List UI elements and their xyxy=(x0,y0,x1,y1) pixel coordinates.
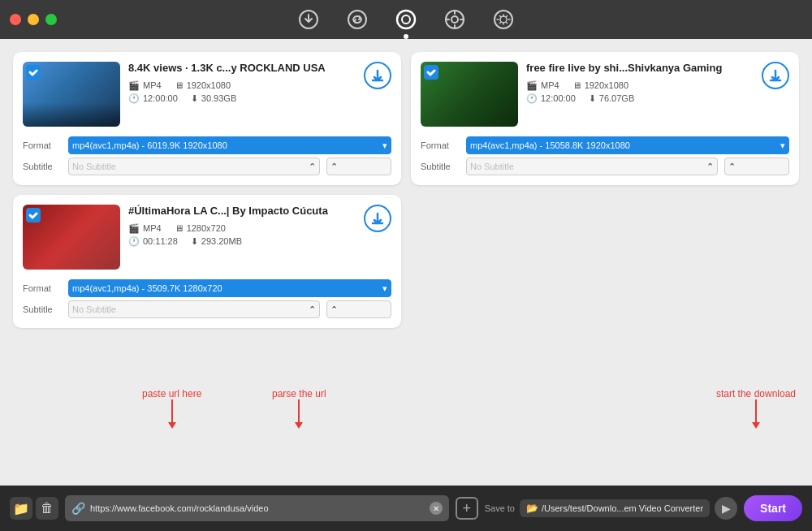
download-button-1[interactable] xyxy=(364,62,391,89)
meta-duration-1: 🕐 12:00:00 xyxy=(128,93,178,104)
window-controls xyxy=(10,14,57,25)
close-button[interactable] xyxy=(10,14,21,25)
format-row-2: Format mp4(avc1,mp4a) - 15058.8K 1920x10… xyxy=(421,136,789,154)
format-select-1[interactable]: mp4(avc1,mp4a) - 6019.9K 1920x1080 ▾ xyxy=(68,136,391,154)
card-top-1: 8.4K views · 1.3K c...y ROCKLAND USA 🎬 M… xyxy=(23,62,391,127)
card-fields-2: Format mp4(avc1,mp4a) - 15058.8K 1920x10… xyxy=(421,136,789,175)
meta-size-2: ⬇ 76.07GB xyxy=(589,93,634,104)
video-card-3: #ÚltimaHora LA C...| By Impacto Cúcuta 🎬… xyxy=(13,195,401,328)
monitor-icon-2: 🖥 xyxy=(572,80,581,90)
url-clear-button[interactable]: ✕ xyxy=(430,502,443,515)
format-label-2: Format xyxy=(421,140,460,150)
save-section: Save to 📂 /Users/test/Downlo...em Video … xyxy=(485,497,737,520)
meta-row-2a: 🎬 MP4 🖥 1920x1080 xyxy=(526,80,789,91)
monitor-icon-1: 🖥 xyxy=(175,80,184,90)
meta-resolution-3: 🖥 1280x720 xyxy=(175,223,226,233)
svg-point-5 xyxy=(451,16,458,23)
card-info-2: free fire live by shi...Shivkanya Gaming… xyxy=(526,62,789,127)
subtitle-lang-select-3[interactable]: ⌃ xyxy=(326,300,391,318)
card-title-3: #ÚltimaHora LA C...| By Impacto Cúcuta xyxy=(128,205,391,218)
clock-icon-1: 🕐 xyxy=(128,93,140,104)
nav-convert-icon[interactable] xyxy=(343,5,372,34)
card-info-1: 8.4K views · 1.3K c...y ROCKLAND USA 🎬 M… xyxy=(128,62,391,127)
subtitle-label-3: Subtitle xyxy=(23,304,62,314)
format-select-2[interactable]: mp4(avc1,mp4a) - 15058.8K 1920x1080 ▾ xyxy=(466,136,789,154)
meta-format-1: 🎬 MP4 xyxy=(128,80,162,91)
meta-row-1b: 🕐 12:00:00 ⬇ 30.93GB xyxy=(128,93,391,104)
meta-duration-3: 🕐 00:11:28 xyxy=(128,236,178,247)
card-top-2: free fire live by shi...Shivkanya Gaming… xyxy=(421,62,789,127)
folder-icon-btn[interactable]: 📁 xyxy=(10,497,32,520)
subtitle-select-2[interactable]: No Subtitle ⌃ xyxy=(466,158,718,175)
card-title-1: 8.4K views · 1.3K c...y ROCKLAND USA xyxy=(128,62,391,76)
url-bar[interactable]: 🔗 https://www.facebook.com/rocklandusa/v… xyxy=(65,495,449,521)
save-path-text: /Users/test/Downlo...em Video Converter xyxy=(542,503,703,513)
meta-format-3: 🎬 MP4 xyxy=(128,223,162,234)
format-row-1: Format mp4(avc1,mp4a) - 6019.9K 1920x108… xyxy=(23,136,391,154)
meta-resolution-2: 🖥 1920x1080 xyxy=(572,80,628,90)
clock-icon-3: 🕐 xyxy=(128,236,140,247)
check-badge-1[interactable] xyxy=(26,65,41,80)
subtitle-select-3[interactable]: No Subtitle ⌃ xyxy=(68,300,320,318)
video-card-1: 8.4K views · 1.3K c...y ROCKLAND USA 🎬 M… xyxy=(13,52,401,185)
thumbnail-wrap-3 xyxy=(23,205,120,270)
card-top-3: #ÚltimaHora LA C...| By Impacto Cúcuta 🎬… xyxy=(23,205,391,270)
check-badge-2[interactable] xyxy=(424,65,438,80)
save-to-label: Save to xyxy=(485,503,515,513)
video-card-2: free fire live by shi...Shivkanya Gaming… xyxy=(411,52,799,185)
svg-point-1 xyxy=(348,11,366,28)
nav-download-icon[interactable] xyxy=(294,5,323,34)
subtitle-label-2: Subtitle xyxy=(421,162,460,171)
start-button[interactable]: Start xyxy=(744,495,802,521)
download-size-icon-3: ⬇ xyxy=(191,236,198,247)
download-size-icon-1: ⬇ xyxy=(191,93,198,104)
nav-bar xyxy=(294,5,518,34)
go-button[interactable]: ▶ xyxy=(715,497,737,520)
trash-icon-btn[interactable]: 🗑 xyxy=(36,497,58,520)
format-label-1: Format xyxy=(23,140,62,150)
format-label-3: Format xyxy=(23,283,62,293)
meta-row-3a: 🎬 MP4 🖥 1280x720 xyxy=(128,223,391,234)
card-info-3: #ÚltimaHora LA C...| By Impacto Cúcuta 🎬… xyxy=(128,205,391,270)
url-text: https://www.facebook.com/rocklandusa/vid… xyxy=(90,503,430,513)
clock-icon-2: 🕐 xyxy=(526,93,538,104)
nav-main-icon[interactable] xyxy=(391,5,421,34)
minimize-button[interactable] xyxy=(28,14,39,25)
meta-size-1: ⬇ 30.93GB xyxy=(191,93,236,104)
check-badge-3[interactable] xyxy=(26,208,41,222)
format-select-3[interactable]: mp4(avc1,mp4a) - 3509.7K 1280x720 ▾ xyxy=(68,279,391,297)
subtitle-row-3: Subtitle No Subtitle ⌃ ⌃ xyxy=(23,300,391,318)
meta-size-3: ⬇ 293.20MB xyxy=(191,236,242,247)
download-button-2[interactable] xyxy=(762,62,789,89)
meta-row-2b: 🕐 12:00:00 ⬇ 76.07GB xyxy=(526,93,789,104)
subtitle-lang-select-1[interactable]: ⌃ xyxy=(326,158,391,175)
subtitle-label-1: Subtitle xyxy=(23,162,62,171)
meta-resolution-1: 🖥 1920x1080 xyxy=(175,80,231,90)
thumbnail-wrap-1 xyxy=(23,62,120,127)
download-size-icon-2: ⬇ xyxy=(589,93,596,104)
link-icon: 🔗 xyxy=(71,502,85,515)
main-content: 8.4K views · 1.3K c...y ROCKLAND USA 🎬 M… xyxy=(0,39,812,486)
subtitle-select-1[interactable]: No Subtitle ⌃ xyxy=(68,158,320,175)
maximize-button[interactable] xyxy=(45,14,57,25)
nav-settings-icon[interactable] xyxy=(440,5,469,34)
format-row-3: Format mp4(avc1,mp4a) - 3509.7K 1280x720… xyxy=(23,279,391,297)
card-fields-3: Format mp4(avc1,mp4a) - 3509.7K 1280x720… xyxy=(23,279,391,318)
card-title-2: free fire live by shi...Shivkanya Gaming xyxy=(526,62,789,76)
svg-point-3 xyxy=(402,15,410,24)
film-icon-1: 🎬 xyxy=(128,80,140,91)
url-icons: 📁 🗑 xyxy=(10,497,58,520)
subtitle-lang-select-2[interactable]: ⌃ xyxy=(724,158,789,175)
svg-point-2 xyxy=(397,11,415,28)
add-url-button[interactable]: + xyxy=(456,497,478,520)
card-fields-1: Format mp4(avc1,mp4a) - 6019.9K 1920x108… xyxy=(23,136,391,175)
save-path-button[interactable]: 📂 /Users/test/Downlo...em Video Converte… xyxy=(520,499,710,517)
subtitle-row-1: Subtitle No Subtitle ⌃ ⌃ xyxy=(23,158,391,175)
bottom-bar: 📁 🗑 🔗 https://www.facebook.com/rocklandu… xyxy=(0,486,812,531)
download-button-3[interactable] xyxy=(364,205,391,232)
nav-tools-icon[interactable] xyxy=(489,5,518,34)
meta-row-1a: 🎬 MP4 🖥 1920x1080 xyxy=(128,80,391,91)
film-icon-2: 🎬 xyxy=(526,80,538,91)
meta-row-3b: 🕐 00:11:28 ⬇ 293.20MB xyxy=(128,236,391,247)
subtitle-row-2: Subtitle No Subtitle ⌃ ⌃ xyxy=(421,158,789,175)
